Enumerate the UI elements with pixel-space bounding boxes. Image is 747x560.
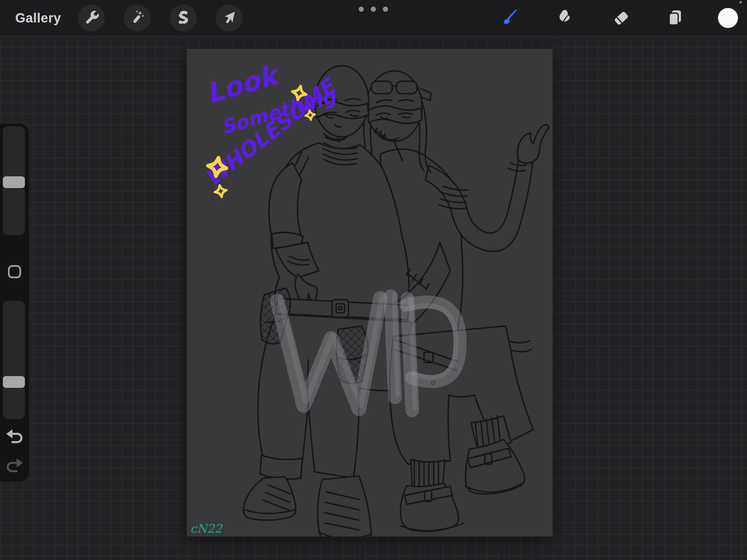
canvas-options-menu[interactable] [359,7,388,12]
selection-button[interactable] [170,4,197,31]
artist-signature: cN22 [190,522,223,535]
paint-tool-button[interactable] [501,9,520,27]
paint-brush-icon [501,22,520,28]
color-swatch-button[interactable] [718,8,738,28]
redo-button[interactable] [5,458,24,475]
smudge-tool-button[interactable] [555,9,574,27]
layers-icon [666,22,684,28]
redo-arrow-icon [5,470,24,476]
transform-button[interactable] [216,4,243,31]
artwork-drawing: Look Something WHOLESOME cN22 [187,49,553,536]
eraser-icon [612,22,630,28]
ellipsis-icon [371,7,376,12]
brush-sidebar [0,124,29,482]
modify-button[interactable] [8,265,21,278]
wrench-icon [84,10,99,26]
brush-opacity-handle[interactable] [3,376,25,388]
brush-opacity-slider[interactable] [3,301,25,419]
ellipsis-icon [383,7,388,12]
erase-tool-button[interactable] [612,9,630,27]
artwork-canvas[interactable]: WIP [187,49,553,536]
layers-button[interactable] [666,9,684,27]
top-toolbar: Gallery [0,0,747,36]
brush-size-handle[interactable] [3,176,25,188]
undo-arrow-icon [5,441,24,447]
transform-arrow-icon [222,10,237,26]
gallery-button[interactable]: Gallery [15,0,61,36]
camera-indicator-dot [739,1,742,3]
adjustments-button[interactable] [124,4,151,31]
selection-s-icon [176,10,191,26]
undo-button[interactable] [5,429,24,446]
ellipsis-icon [359,7,364,12]
actions-button[interactable] [78,4,105,31]
smudge-icon [555,22,574,28]
magic-wand-icon [130,10,145,26]
